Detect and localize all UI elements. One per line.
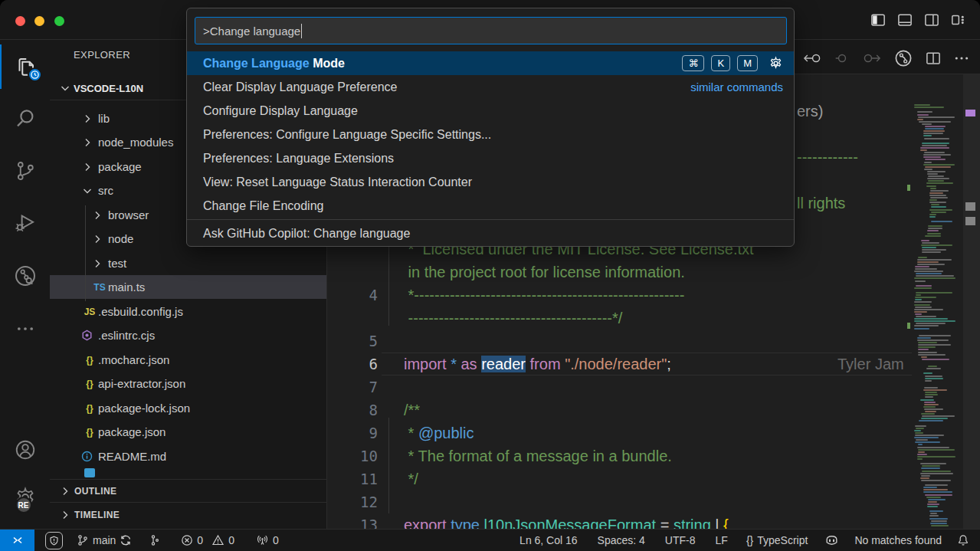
timeline-section-header[interactable]: TIMELINE: [50, 502, 327, 526]
navigate-back-icon[interactable]: [802, 51, 822, 65]
outline-section-header[interactable]: OUTLINE: [50, 479, 327, 502]
minimap-line: [928, 501, 937, 503]
zoom-button[interactable]: [54, 16, 64, 26]
navigate-forward-icon[interactable]: [862, 51, 882, 65]
command-item-2[interactable]: Configure Display Language: [187, 99, 794, 123]
tree-file-package.json[interactable]: {}package.json: [50, 420, 327, 444]
more-actions-icon[interactable]: [954, 51, 969, 65]
remote-indicator[interactable]: [0, 530, 34, 551]
notification-status[interactable]: No matches found: [850, 530, 946, 551]
ports-item[interactable]: 0: [251, 530, 284, 551]
minimap-line: [929, 216, 936, 218]
json-file-icon: {}: [81, 379, 98, 389]
command-item-5[interactable]: View: Reset Language Status Interaction …: [187, 170, 794, 194]
minimap-line: [920, 477, 929, 479]
activity-run-and-debug-icon[interactable]: [0, 198, 50, 248]
customize-layout-icon[interactable]: [951, 12, 968, 28]
code-fragment: ll rights: [797, 192, 845, 215]
traffic-lights: [15, 15, 70, 29]
tree-file-.esbuild.config.js[interactable]: JS.esbuild.config.js: [50, 300, 327, 323]
minimap-line: [930, 188, 936, 189]
minimap-line: [914, 271, 943, 272]
minimap-line: [918, 342, 937, 343]
minimap-line: [924, 387, 938, 389]
minimap-line: [917, 261, 939, 263]
minimap-line: [921, 480, 951, 481]
code-line: ----------------------------------------…: [404, 307, 622, 330]
tree-file-.mocharc.json[interactable]: {}.mocharc.json: [50, 348, 327, 372]
active-view-indicator: [0, 44, 2, 89]
minimap-line: [918, 116, 955, 118]
toggle-secondary-sidebar-icon[interactable]: [924, 12, 939, 28]
cursor-position[interactable]: Ln 6, Col 16: [515, 530, 582, 551]
minimap-line: [915, 313, 922, 315]
minimap-line: [923, 135, 932, 136]
minimap-line: [917, 259, 952, 261]
tree-file-README.md[interactable]: README.md: [50, 444, 327, 468]
tree-file-package-lock.json[interactable]: {}package-lock.json: [50, 396, 327, 420]
line-number-11: 11: [327, 467, 378, 490]
problems-item[interactable]: 0 0: [176, 530, 239, 551]
keybinding-chip: K: [711, 55, 730, 71]
command-item-4[interactable]: Preferences: Language Extensions: [187, 146, 794, 170]
minimap[interactable]: [912, 74, 963, 529]
minimap-line: [922, 471, 951, 472]
notifications-bell[interactable]: [952, 530, 974, 551]
language-mode[interactable]: {} TypeScript: [742, 530, 813, 551]
status-bar: main 0 0 0 Ln 6, Col 16 Spaces: 4 UTF-8 …: [0, 529, 980, 551]
toggle-primary-sidebar-icon[interactable]: [870, 12, 886, 28]
line-number-5: 5: [327, 330, 378, 353]
minimize-button[interactable]: [34, 16, 44, 26]
tree-file-main.ts[interactable]: TSmain.ts: [50, 275, 327, 299]
split-editor-icon[interactable]: [925, 51, 942, 66]
encoding-status[interactable]: UTF-8: [660, 530, 700, 551]
minimap-line: [916, 316, 936, 317]
workspace-trust-badge[interactable]: [41, 530, 67, 551]
activity-manage-icon[interactable]: RE: [0, 473, 50, 522]
activity-accounts-icon[interactable]: [0, 425, 50, 474]
minimap-line: [923, 491, 952, 493]
navigate-indicator-icon[interactable]: [834, 51, 850, 65]
minimap-line: [927, 178, 949, 179]
toggle-panel-icon[interactable]: [897, 12, 913, 28]
command-item-1[interactable]: Clear Display Language Preferencesimilar…: [187, 75, 794, 99]
code-fragment: ------------: [797, 146, 858, 169]
copilot-status[interactable]: [820, 530, 844, 551]
activity-gitlens-icon[interactable]: [0, 251, 50, 300]
command-item-3[interactable]: Preferences: Configure Language Specific…: [187, 123, 794, 146]
code-line: * @public: [404, 421, 474, 444]
tree-file-.eslintrc.cjs[interactable]: .eslintrc.cjs: [50, 323, 327, 347]
minimap-line: [931, 221, 952, 222]
indentation-status[interactable]: Spaces: 4: [593, 530, 650, 551]
command-item-7[interactable]: Ask GitHub Copilot: Change language: [187, 221, 794, 245]
activity-explorer-icon[interactable]: [0, 42, 50, 91]
tree-item-label: api-extractor.json: [98, 377, 185, 390]
minimap-line: [922, 123, 932, 125]
minimap-line: [916, 285, 932, 287]
code-token: @public: [418, 425, 474, 441]
activity-search-icon[interactable]: [0, 94, 50, 143]
minimap-line: [918, 257, 927, 258]
eol-status[interactable]: LF: [711, 530, 733, 551]
tree-file-clipped[interactable]: [50, 468, 327, 479]
similar-commands-link[interactable]: similar commands: [690, 80, 783, 93]
overview-ruler[interactable]: [963, 74, 980, 529]
branch-status-item[interactable]: main: [72, 530, 136, 551]
commit-graph-item[interactable]: [144, 530, 166, 551]
minimap-line: [916, 294, 921, 296]
minimap-line: [917, 339, 949, 341]
configure-keybinding-gear-icon[interactable]: [769, 56, 783, 71]
command-item-0[interactable]: Change Language Mode⌘KM: [187, 51, 794, 75]
command-item-6[interactable]: Change File Encoding: [187, 194, 794, 218]
minimap-line: [922, 247, 936, 248]
minimap-line: [924, 162, 932, 163]
command-input[interactable]: >Change language: [195, 17, 787, 44]
activity-additional-views-icon[interactable]: [0, 304, 50, 353]
timeline-history-icon[interactable]: [894, 49, 913, 67]
tree-item-label: .eslintrc.cjs: [98, 329, 155, 342]
chevron-down-icon: [59, 82, 71, 94]
tree-folder-test[interactable]: test: [50, 251, 327, 275]
close-button[interactable]: [15, 16, 25, 26]
tree-file-api-extractor.json[interactable]: {}api-extractor.json: [50, 372, 327, 395]
activity-source-control-icon[interactable]: [0, 146, 50, 195]
